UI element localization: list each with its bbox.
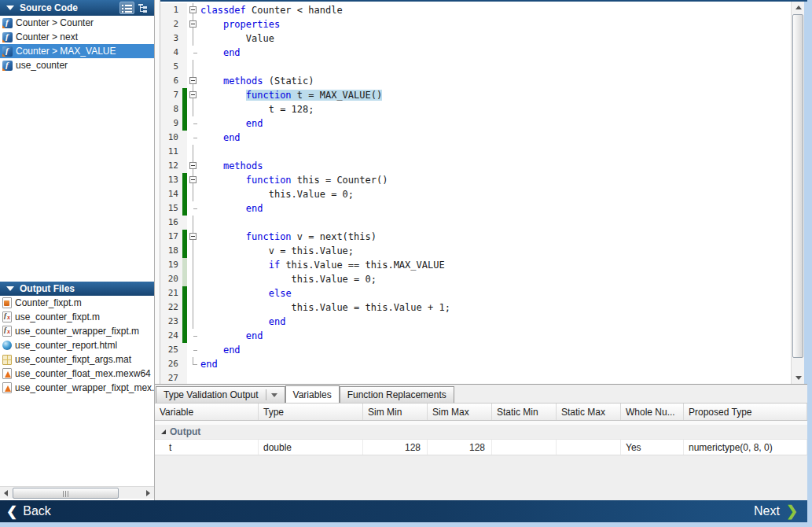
code-segment [200,231,246,242]
sidebar-item-output-file[interactable]: use_counter_report.html [0,338,154,352]
function-file-icon [2,46,13,57]
line-number: 26 [160,357,182,371]
column-header[interactable]: Type [259,404,363,420]
fold-collapse-control[interactable] [187,88,200,102]
code-segment: (Static) [263,76,314,87]
table-cell: numerictype(0, 8, 0) [684,440,807,455]
sidebar-horizontal-scrollbar[interactable] [0,486,154,499]
fold-collapse-control[interactable] [187,17,200,31]
line-number: 22 [160,300,182,315]
code-line: 21 else [160,286,791,300]
sidebar-item-source[interactable]: Counter > MAX_VALUE [0,44,154,58]
sidebar-item-source[interactable]: Counter > next [0,30,154,44]
item-label: use_counter_wrapper_fixpt.m [15,326,139,337]
tab-function-replacements[interactable]: Function Replacements [340,386,454,403]
item-label: use_counter_fixpt.m [15,311,100,322]
sidebar-item-output-file[interactable]: Counter_fixpt.m [0,296,154,310]
column-header[interactable]: Sim Min [363,404,428,420]
source-code-panel-header[interactable]: Source Code [0,0,154,16]
fold-minus-icon[interactable] [189,20,197,28]
code-segment [200,288,269,299]
mfunction-icon [2,311,12,322]
fold-minus-icon[interactable] [189,6,197,13]
tree-view-button[interactable] [136,2,151,14]
column-header[interactable]: Variable [155,404,259,420]
fold-minus-icon[interactable] [189,77,197,84]
collapse-triangle-icon [6,6,14,10]
fold-minus-icon[interactable] [189,91,197,98]
code-segment: this.Value = 0; [200,274,377,285]
scroll-up-button[interactable] [792,2,804,13]
fold-collapse-control[interactable] [187,230,200,244]
fold-collapse-control[interactable] [187,74,200,88]
fold-collapse-control[interactable] [187,173,200,187]
code-segment [200,316,269,327]
scrollbar-thumb[interactable] [13,488,119,499]
scroll-left-button[interactable] [0,488,12,499]
column-header[interactable]: Whole Nu... [621,404,684,420]
code-keyword: classdef [200,5,246,16]
list-view-button[interactable] [119,2,134,14]
code-text: end [200,116,791,131]
chevron-down-icon[interactable] [271,393,277,397]
next-button[interactable]: Next ❯ [754,503,798,520]
fold-minus-icon[interactable] [189,176,197,183]
mex-icon [2,382,12,393]
sidebar-item-output-file[interactable]: use_counter_wrapper_fixpt.m [0,324,154,338]
line-number: 24 [160,329,182,343]
fold-collapse-control[interactable] [187,159,200,173]
scrollbar-thumb[interactable] [792,14,803,358]
line-number: 15 [160,201,182,216]
column-header[interactable]: Static Min [492,404,557,420]
line-number: 7 [160,88,182,102]
code-keyword: end [246,203,263,214]
table-row[interactable]: tdouble128128Yesnumerictype(0, 8, 0) [155,439,807,455]
sidebar-item-output-file[interactable]: use_counter_wrapper_fixpt_mex.m [0,381,154,395]
fold-collapse-control[interactable] [187,3,200,17]
code-text: end [200,131,791,145]
tab-label: Variables [293,389,332,400]
item-label: Counter_fixpt.m [15,297,82,308]
column-header[interactable]: Proposed Type [684,404,807,420]
group-expanded-icon [161,429,166,434]
code-line: 15 end [160,201,791,216]
tab-variables[interactable]: Variables [285,385,340,403]
output-files-panel-header[interactable]: Output Files [0,282,154,296]
code-keyword: end [269,316,286,327]
sidebar-item-output-file[interactable]: use_counter_fixpt_args.mat [0,352,154,367]
output-group-row[interactable]: Output [155,425,807,439]
code-keyword: properties [223,19,280,30]
fold-rail [187,371,200,384]
back-button[interactable]: ❮ Back [6,503,51,520]
editor-vertical-scrollbar[interactable] [791,2,804,384]
code-keyword: methods [223,76,263,87]
scroll-down-button[interactable] [792,372,804,384]
code-line: 26end [160,357,791,371]
code-text: end [200,329,791,343]
column-header[interactable]: Sim Max [428,404,492,420]
sidebar-item-output-file[interactable]: use_counter_float_mex.mexw64 [0,367,154,381]
code-text: function v = next(this) [200,230,791,244]
sidebar-item-source[interactable]: Counter > Counter [0,16,154,30]
list-view-icon [122,4,132,13]
code-line: 5 [160,60,791,74]
column-header[interactable]: Static Max [557,404,621,420]
vertical-splitter[interactable] [155,0,160,384]
tab-type-validation-output[interactable]: Type Validation Output [156,386,285,403]
sidebar-item-output-file[interactable]: use_counter_fixpt.m [0,310,154,324]
fold-minus-icon[interactable] [189,233,197,240]
code-keyword: end [200,359,218,370]
fold-rail [187,116,200,131]
next-label: Next [754,504,780,518]
mat-icon [2,355,12,365]
code-text: this.Value = this.Value + 1; [200,300,791,315]
sidebar-item-source[interactable]: use_counter [0,58,154,72]
code-segment [200,345,223,356]
code-segment [200,19,223,30]
scroll-right-button[interactable] [142,488,154,499]
fold-minus-icon[interactable] [189,162,197,169]
line-number: 19 [160,258,182,272]
fold-rail [187,286,200,300]
code-line: 25 end [160,343,791,357]
line-number: 14 [160,187,182,201]
